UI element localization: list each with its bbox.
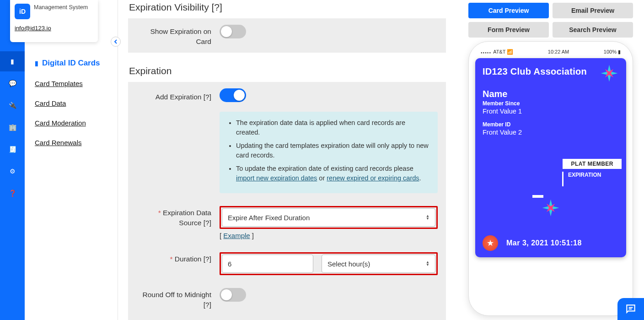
info-li-1: The expiration date data is applied when… bbox=[236, 118, 429, 137]
preview-panel: Card Preview Email Preview Form Preview … bbox=[468, 3, 633, 316]
card-icon: ▮ bbox=[35, 60, 38, 67]
row-add-expiration: Add Expiration [?] bbox=[128, 82, 446, 110]
tab-email-preview[interactable]: Email Preview bbox=[553, 3, 633, 18]
row-info-box: The expiration date data is applied when… bbox=[128, 110, 446, 200]
example-link-wrap: [ Example ] bbox=[220, 232, 438, 239]
label-add-expiration: Add Expiration [?] bbox=[136, 90, 220, 102]
row-expiration-source: * Expiration Data Source [?] Expire Afte… bbox=[128, 200, 446, 246]
row-duration: * Duration [?] 6 Select hour(s) ▲▼ bbox=[128, 246, 446, 282]
brand-name: Management System bbox=[34, 4, 88, 11]
star-icon: ★ bbox=[483, 235, 498, 251]
wifi-icon: 📶 bbox=[507, 49, 513, 54]
rail-plug-icon[interactable]: 🔌 bbox=[7, 100, 18, 111]
battery-icon: ▮ bbox=[618, 49, 621, 54]
sparkle-icon bbox=[599, 63, 620, 85]
rail-gear-icon[interactable]: ⚙ bbox=[7, 166, 18, 177]
sidebar-item-templates[interactable]: Card Templates bbox=[35, 80, 118, 87]
sidebar-title: ▮Digital ID Cards bbox=[35, 59, 118, 68]
preview-tabs-row1: Card Preview Email Preview bbox=[468, 3, 633, 18]
card-timestamp: Mar 3, 2021 10:51:18 bbox=[506, 239, 582, 247]
card-front-value-2: Front Value 2 bbox=[483, 129, 619, 136]
section-visibility-title: Expiration Visibility [?] bbox=[128, 0, 446, 18]
rail-building-icon[interactable]: 🏢 bbox=[7, 122, 18, 133]
card-member-since-label: Member Since bbox=[483, 100, 619, 107]
preview-tabs-row2: Form Preview Search Preview bbox=[468, 22, 633, 38]
chat-fab-button[interactable] bbox=[617, 298, 644, 320]
phone-mock: AT&T 📶 10:22 AM 100% ▮ ID123 Club Associ… bbox=[468, 41, 633, 316]
info-li-3: To update the expiration date of existin… bbox=[236, 164, 429, 183]
status-battery: 100% ▮ bbox=[604, 49, 621, 55]
toggle-add-expiration[interactable] bbox=[220, 88, 246, 102]
info-li-2: Updating the card templates expiration d… bbox=[236, 141, 429, 160]
card-tier-badge: PLAT MEMBER bbox=[563, 159, 622, 169]
brand-card: iD Management System info@id123.io bbox=[10, 0, 98, 42]
expiration-info-box: The expiration date data is applied when… bbox=[220, 112, 438, 193]
toggle-round-midnight[interactable] bbox=[220, 288, 246, 302]
row-display-timezone: * Display Timezone [?] User Timezone [?]… bbox=[128, 316, 446, 320]
sparkle-icon bbox=[540, 197, 561, 220]
tab-card-preview[interactable]: Card Preview bbox=[468, 3, 549, 18]
link-import-dates[interactable]: import new expiration dates bbox=[236, 174, 317, 182]
tab-form-preview[interactable]: Form Preview bbox=[468, 22, 549, 38]
rail-card-icon[interactable]: ▮ bbox=[7, 56, 18, 67]
chevron-updown-icon: ▲▼ bbox=[426, 215, 429, 220]
status-time: 10:22 AM bbox=[548, 49, 569, 54]
chevron-updown-icon: ▲▼ bbox=[426, 261, 429, 266]
icon-rail: ▮ 💬 🔌 🏢 🧾 ⚙ ❓ bbox=[0, 0, 25, 320]
phone-status-bar: AT&T 📶 10:22 AM 100% ▮ bbox=[474, 47, 627, 56]
tab-search-preview[interactable]: Search Preview bbox=[553, 22, 633, 38]
id-card-preview: ID123 Club Association Name Member Since… bbox=[475, 58, 626, 257]
main-form: Expiration Visibility [?] Show Expiratio… bbox=[128, 0, 446, 320]
sidebar-item-data[interactable]: Card Data bbox=[35, 99, 118, 107]
toggle-show-on-card[interactable] bbox=[220, 25, 246, 38]
card-expiration-block: EXPIRATION bbox=[562, 172, 622, 186]
status-carrier: AT&T 📶 bbox=[481, 49, 513, 55]
collapse-sidebar-button[interactable] bbox=[111, 37, 121, 47]
input-duration-value[interactable]: 6 bbox=[222, 255, 313, 273]
highlight-duration: 6 Select hour(s) ▲▼ bbox=[220, 252, 438, 275]
rail-help-icon[interactable]: ❓ bbox=[7, 188, 18, 199]
example-link[interactable]: Example bbox=[223, 232, 250, 239]
sidebar-item-moderation[interactable]: Card Moderation bbox=[35, 119, 118, 127]
select-duration-unit-value: Select hour(s) bbox=[327, 260, 370, 268]
label-duration: * Duration [?] bbox=[136, 252, 220, 264]
select-expiration-source[interactable]: Expire After Fixed Duration ▲▼ bbox=[222, 208, 435, 227]
label-expiration-source: * Expiration Data Source [?] bbox=[136, 206, 220, 228]
row-show-on-card: Show Expiration on Card bbox=[128, 18, 446, 53]
link-renew-cards[interactable]: renew expired or expiring cards bbox=[327, 174, 419, 182]
highlight-expiration-source: Expire After Fixed Duration ▲▼ bbox=[220, 206, 438, 229]
select-expiration-source-value: Expire After Fixed Duration bbox=[228, 214, 310, 222]
brand-email-link[interactable]: info@id123.io bbox=[15, 25, 93, 32]
card-front-value-1: Front Value 1 bbox=[483, 108, 619, 115]
card-name-label: Name bbox=[483, 89, 619, 99]
section-expiration-title: Expiration bbox=[128, 64, 446, 82]
row-round-midnight: Round Off to Midnight [?] bbox=[128, 282, 446, 316]
card-member-id-label: Member ID bbox=[483, 121, 619, 128]
sidebar-item-renewals[interactable]: Card Renewals bbox=[35, 139, 118, 146]
label-round-midnight: Round Off to Midnight [?] bbox=[136, 288, 220, 309]
brand-logo: iD bbox=[15, 4, 30, 19]
sidebar: ▮Digital ID Cards Card Templates Card Da… bbox=[25, 0, 118, 320]
rail-chat-icon[interactable]: 💬 bbox=[7, 78, 18, 89]
select-duration-unit[interactable]: Select hour(s) ▲▼ bbox=[322, 255, 435, 273]
label-show-on-card: Show Expiration on Card bbox=[136, 25, 220, 46]
rail-file-icon[interactable]: 🧾 bbox=[7, 144, 18, 155]
